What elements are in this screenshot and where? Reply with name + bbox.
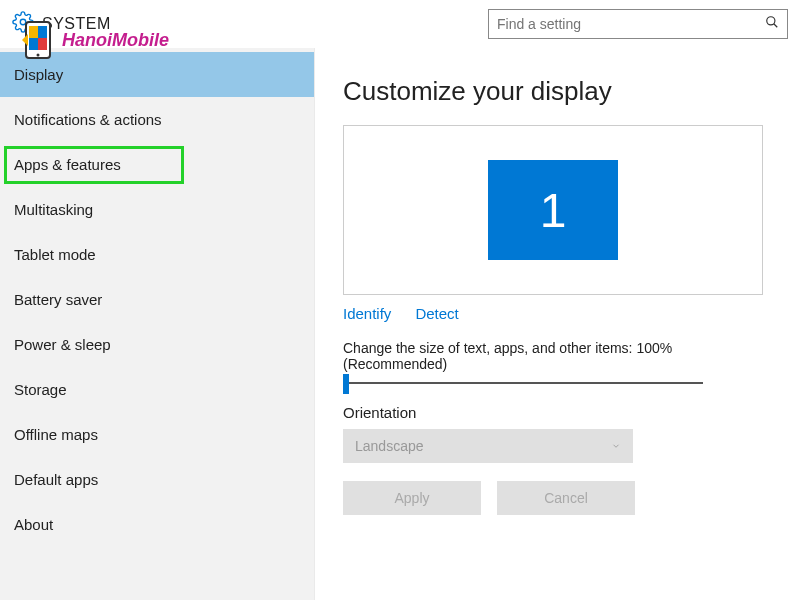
- sidebar-item-notifications[interactable]: Notifications & actions: [0, 97, 314, 142]
- sidebar-item-label: Multitasking: [14, 201, 93, 218]
- button-row: Apply Cancel: [343, 481, 772, 515]
- watermark-logo-icon: [20, 20, 56, 60]
- identify-link[interactable]: Identify: [343, 305, 391, 322]
- sidebar-item-label: Default apps: [14, 471, 98, 488]
- svg-rect-6: [38, 38, 47, 50]
- sidebar-item-label: Power & sleep: [14, 336, 111, 353]
- sidebar-item-apps-features[interactable]: Apps & features: [0, 142, 314, 187]
- orientation-label: Orientation: [343, 404, 772, 421]
- sidebar-item-multitasking[interactable]: Multitasking: [0, 187, 314, 232]
- cancel-label: Cancel: [544, 490, 588, 506]
- sidebar-item-label: Storage: [14, 381, 67, 398]
- detect-link[interactable]: Detect: [415, 305, 458, 322]
- sidebar: Display Notifications & actions Apps & f…: [0, 48, 315, 600]
- sidebar-item-offline-maps[interactable]: Offline maps: [0, 412, 314, 457]
- sidebar-item-label: About: [14, 516, 53, 533]
- display-preview[interactable]: 1: [343, 125, 763, 295]
- svg-rect-5: [29, 26, 38, 38]
- svg-point-1: [767, 17, 775, 25]
- svg-point-7: [37, 54, 40, 57]
- apply-label: Apply: [394, 490, 429, 506]
- sidebar-item-label: Offline maps: [14, 426, 98, 443]
- orientation-dropdown[interactable]: Landscape: [343, 429, 633, 463]
- slider-thumb[interactable]: [343, 374, 349, 394]
- sidebar-item-about[interactable]: About: [0, 502, 314, 547]
- sidebar-item-label: Notifications & actions: [14, 111, 162, 128]
- sidebar-item-battery-saver[interactable]: Battery saver: [0, 277, 314, 322]
- link-row: Identify Detect: [343, 305, 772, 322]
- page-title: Customize your display: [343, 76, 772, 107]
- watermark: HanoiMobile: [20, 20, 169, 60]
- search-icon: [765, 15, 779, 33]
- sidebar-item-label: Tablet mode: [14, 246, 96, 263]
- search-input[interactable]: [497, 16, 765, 32]
- scale-slider[interactable]: [343, 382, 703, 384]
- monitor-tile[interactable]: 1: [488, 160, 618, 260]
- sidebar-item-label: Display: [14, 66, 63, 83]
- search-box[interactable]: [488, 9, 788, 39]
- sidebar-item-label: Apps & features: [14, 156, 121, 173]
- svg-line-2: [774, 24, 778, 28]
- sidebar-item-label: Battery saver: [14, 291, 102, 308]
- monitor-number: 1: [540, 183, 567, 238]
- watermark-text: HanoiMobile: [62, 30, 169, 51]
- orientation-value: Landscape: [355, 438, 424, 454]
- scale-label: Change the size of text, apps, and other…: [343, 340, 763, 372]
- sidebar-item-default-apps[interactable]: Default apps: [0, 457, 314, 502]
- sidebar-item-storage[interactable]: Storage: [0, 367, 314, 412]
- sidebar-item-power-sleep[interactable]: Power & sleep: [0, 322, 314, 367]
- chevron-down-icon: [611, 438, 621, 454]
- apply-button[interactable]: Apply: [343, 481, 481, 515]
- sidebar-item-tablet-mode[interactable]: Tablet mode: [0, 232, 314, 277]
- main-content: Customize your display 1 Identify Detect…: [315, 48, 800, 600]
- cancel-button[interactable]: Cancel: [497, 481, 635, 515]
